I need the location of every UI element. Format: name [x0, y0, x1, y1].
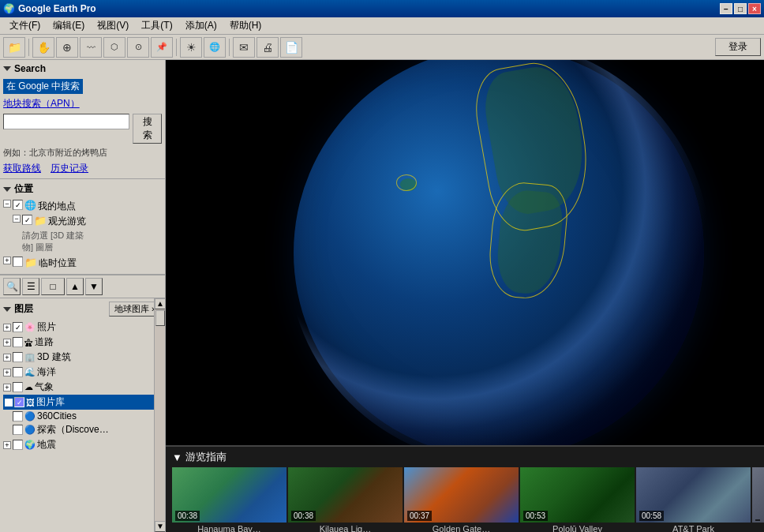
toolbar-pin-button[interactable]: 📌	[151, 37, 173, 58]
up-btn[interactable]: ▲	[66, 278, 84, 295]
photos-icon: 🌸	[24, 322, 36, 332]
menu-help[interactable]: 帮助(H)	[223, 17, 268, 34]
menu-tools[interactable]: 工具(T)	[135, 17, 178, 34]
layers-header-row: 图层 地球图库 »	[3, 302, 162, 317]
ocean-checkbox[interactable]	[13, 367, 23, 377]
toolbar-separator-3	[229, 39, 230, 56]
search-input[interactable]	[3, 114, 129, 129]
scroll-thumb[interactable]	[155, 310, 165, 326]
thumb-golden-label: Golden Gate…	[433, 524, 490, 532]
maximize-button[interactable]: □	[734, 3, 747, 14]
globe-container[interactable]: N ▲ ▼ ◄ ► ✋ ▲ ▼ ◄ ►	[166, 60, 764, 445]
tour-thumb-atnt[interactable]: 00:58 AT&T Park	[636, 467, 751, 532]
search-google-link[interactable]: 在 Google 中搜索	[3, 79, 83, 94]
toolbar-polygon-button[interactable]: ⬡	[103, 37, 125, 58]
roads-expand[interactable]: +	[3, 339, 11, 347]
left-panel: Search 在 Google 中搜索 地块搜索（APN） 搜索 例如：北京市附…	[0, 60, 166, 532]
temp-checkbox[interactable]	[13, 257, 23, 267]
layer-icon-btn[interactable]: ☰	[22, 278, 39, 295]
my-places-expand[interactable]: −	[3, 200, 11, 208]
menu-file[interactable]: 文件(F)	[3, 17, 47, 34]
ocean-expand[interactable]: +	[3, 369, 11, 377]
gallery-checkbox[interactable]	[14, 397, 24, 407]
roads-checkbox[interactable]	[13, 337, 23, 347]
scroll-down-btn[interactable]: ▼	[155, 521, 165, 532]
login-button[interactable]: 登录	[715, 38, 761, 56]
toolbar-print-button[interactable]: 🖨	[257, 37, 279, 58]
weather-checkbox[interactable]	[13, 382, 23, 392]
search-button[interactable]: 搜索	[133, 114, 162, 144]
discover-checkbox[interactable]	[13, 425, 23, 435]
weather-expand[interactable]: +	[3, 384, 11, 392]
places-my-places-row: − 🌐 我的地点	[3, 199, 162, 214]
menu-add[interactable]: 添加(A)	[179, 17, 223, 34]
places-section: 位置 − 🌐 我的地点 − 📁 观光游览 請勿選 [3D 建築物] 圖層	[0, 179, 165, 275]
menu-edit[interactable]: 编辑(E)	[47, 17, 91, 34]
tour-thumb-hanauma[interactable]: 00:38 Hanauma Bay…	[172, 467, 286, 532]
earthquake-icon: 🌍	[24, 440, 36, 450]
layers-scrollbar[interactable]: ▲ ▼	[154, 298, 165, 532]
roads-label: 道路	[35, 335, 54, 349]
tour-title: 游览指南	[185, 450, 227, 464]
tour-header[interactable]: ▼ 游览指南	[166, 447, 764, 467]
search-parcel-link[interactable]: 地块搜索（APN）	[3, 98, 80, 109]
toolbar-crosshair-button[interactable]: ⊕	[56, 37, 78, 58]
3d-checkbox[interactable]	[13, 352, 23, 362]
layers-collapse-icon	[3, 307, 11, 312]
down-btn[interactable]: ▼	[85, 278, 103, 295]
layer-gallery-row[interactable]: − 🖼 图片库	[3, 395, 162, 410]
earthquake-checkbox[interactable]	[13, 440, 23, 450]
tourism-checkbox[interactable]	[22, 215, 32, 225]
toolbar-sky-button[interactable]: 🌐	[204, 37, 226, 58]
thumb-hearst-img	[752, 467, 764, 523]
tour-collapse-icon: ▼	[172, 451, 182, 463]
temp-expand[interactable]: +	[3, 257, 11, 264]
toolbar-sun-button[interactable]: ☀	[180, 37, 202, 58]
tour-thumbnails: 00:38 Hanauma Bay… 00:38 Kilauea Lig… 00…	[166, 467, 764, 532]
close-button[interactable]: ×	[748, 3, 761, 14]
discover-icon: 🔵	[24, 425, 36, 435]
search-icon-btn[interactable]: 🔍	[3, 278, 21, 295]
photos-expand[interactable]: +	[3, 324, 11, 332]
layers-header[interactable]: 图层	[3, 302, 33, 316]
toolbar-save-button[interactable]: 📄	[280, 37, 302, 58]
toolbar-separator-2	[176, 39, 177, 56]
places-header[interactable]: 位置	[3, 182, 162, 196]
search-example: 例如：北京市附近的烤鸭店	[3, 147, 162, 159]
gallery-expand[interactable]: −	[5, 399, 13, 406]
thumb-atnt-time: 00:58	[639, 511, 664, 521]
toolbar-path-button[interactable]: 〰	[80, 37, 102, 58]
toolbar-circle-button[interactable]: ⊙	[127, 37, 149, 58]
places-3d-note-row: 請勿選 [3D 建築物] 圖層	[22, 229, 162, 254]
tour-section: ▼ 游览指南 00:38 Hanauma Bay… 00:38 Kilauea …	[166, 445, 764, 532]
360cities-icon: 🔵	[24, 411, 36, 421]
toolbar-folder-button[interactable]: 📁	[3, 37, 25, 58]
tour-thumb-kilauea[interactable]: 00:38 Kilauea Lig…	[288, 467, 403, 532]
search-collapse-icon	[3, 66, 11, 71]
tour-thumb-pololu[interactable]: 00:53 Pololū Valley	[520, 467, 635, 532]
gallery-label: 图片库	[36, 395, 65, 409]
get-directions-link[interactable]: 获取路线	[3, 162, 41, 175]
3d-expand[interactable]: +	[3, 354, 11, 362]
scroll-up-btn[interactable]: ▲	[155, 298, 165, 309]
menu-view[interactable]: 视图(V)	[91, 17, 135, 34]
tourism-label: 观光游览	[48, 215, 86, 228]
earthquake-expand[interactable]: +	[3, 441, 11, 449]
menubar: 文件(F) 编辑(E) 视图(V) 工具(T) 添加(A) 帮助(H)	[0, 17, 764, 35]
gallery-icon: 🖼	[26, 398, 35, 407]
360cities-label: 360Cities	[37, 410, 77, 421]
tour-thumb-golden[interactable]: 00:37 Golden Gate…	[404, 467, 519, 532]
toolbar-email-button[interactable]: ✉	[233, 37, 255, 58]
tour-thumb-hearst[interactable]: Hearst Castle	[752, 467, 764, 532]
places-icon-btn[interactable]: □	[41, 278, 65, 295]
thumb-pololu-time: 00:53	[523, 511, 548, 521]
toolbar-hand-button[interactable]: ✋	[32, 37, 54, 58]
places-collapse-icon	[3, 187, 11, 192]
360cities-checkbox[interactable]	[13, 411, 23, 421]
photos-checkbox[interactable]	[13, 322, 23, 332]
minimize-button[interactable]: −	[720, 3, 732, 14]
search-header[interactable]: Search	[3, 63, 162, 74]
my-places-checkbox[interactable]	[13, 200, 23, 210]
tourism-expand[interactable]: −	[13, 215, 21, 223]
search-history-link[interactable]: 历史记录	[51, 162, 88, 175]
